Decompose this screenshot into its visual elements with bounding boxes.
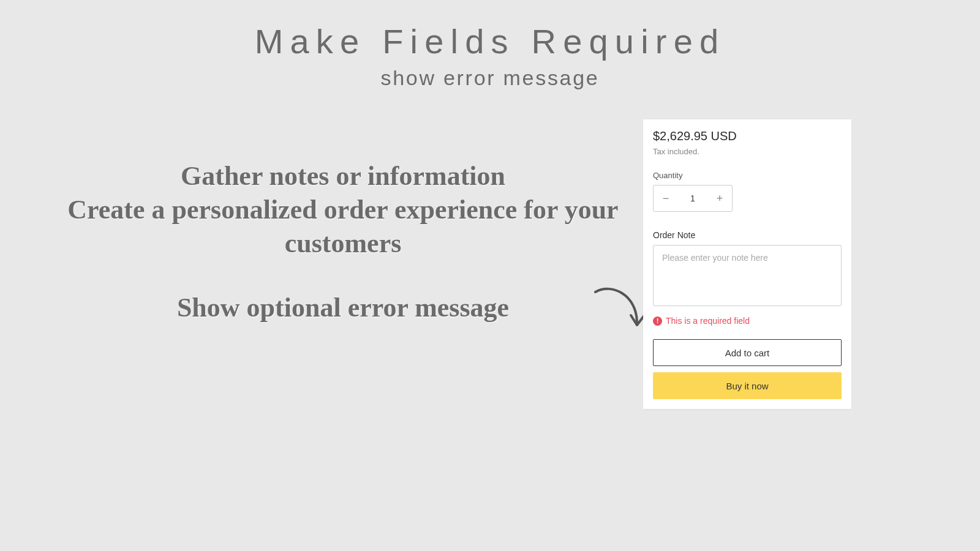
page-title: Make Fields Required xyxy=(0,0,980,61)
error-text: This is a required field xyxy=(666,316,750,326)
order-note-input[interactable] xyxy=(653,245,842,306)
promo-line-2: Create a personalized order experience f… xyxy=(43,193,643,260)
product-price: $2,629.95 USD xyxy=(653,129,842,143)
promo-line-1: Gather notes or information xyxy=(43,159,643,193)
quantity-increment-button[interactable]: + xyxy=(707,186,732,211)
promo-line-3: Show optional error message xyxy=(43,291,643,324)
page-subtitle: show error message xyxy=(0,66,980,90)
promo-copy: Gather notes or information Create a per… xyxy=(43,159,643,324)
quantity-label: Quantity xyxy=(653,171,842,180)
error-message: ! This is a required field xyxy=(653,316,842,326)
buy-now-button[interactable]: Buy it now xyxy=(653,372,842,399)
quantity-value: 1 xyxy=(678,193,707,203)
error-icon: ! xyxy=(653,317,662,326)
product-card: $2,629.95 USD Tax included. Quantity − 1… xyxy=(643,119,851,409)
quantity-stepper: − 1 + xyxy=(653,185,733,212)
arrow-icon xyxy=(588,285,649,340)
quantity-decrement-button[interactable]: − xyxy=(654,186,678,211)
tax-note: Tax included. xyxy=(653,147,842,156)
add-to-cart-button[interactable]: Add to cart xyxy=(653,339,842,366)
order-note-label: Order Note xyxy=(653,230,842,240)
